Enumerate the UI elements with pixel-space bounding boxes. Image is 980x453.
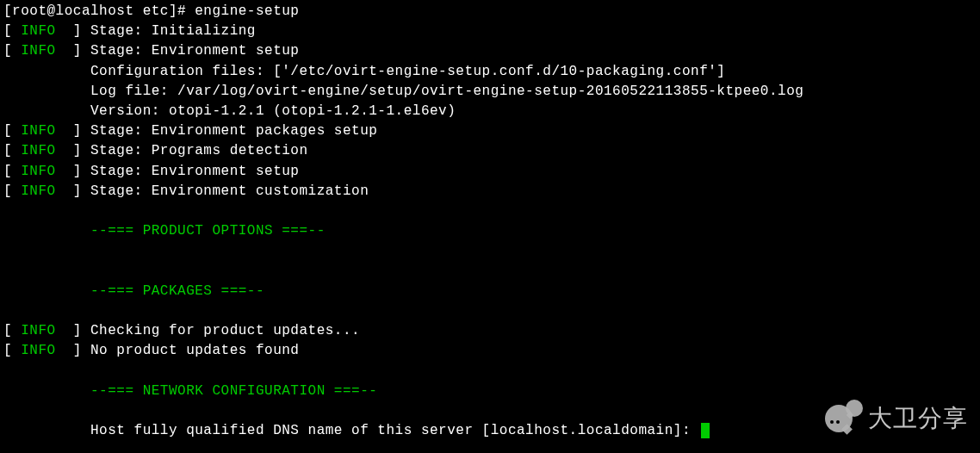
blank-line — [3, 241, 977, 261]
log-line: [ INFO ] No product updates found — [3, 341, 977, 361]
log-line: Log file: /var/log/ovirt-engine/setup/ov… — [3, 82, 977, 102]
log-line: Configuration files: ['/etc/ovirt-engine… — [3, 62, 977, 82]
blank-line — [3, 202, 977, 221]
log-text: Stage: Environment packages setup — [90, 123, 377, 139]
log-text: Log file: /var/log/ovirt-engine/setup/ov… — [90, 84, 803, 99]
prompt-userhost: [root@localhost etc]# — [3, 3, 186, 19]
log-line: [ INFO ] Stage: Environment customizatio… — [3, 182, 977, 202]
watermark-text: 大卫分享 — [868, 401, 968, 437]
info-tag: INFO — [21, 164, 55, 179]
log-text: Stage: Environment customization — [90, 183, 369, 199]
log-line: [ INFO ] Stage: Initializing — [3, 22, 977, 41]
log-text: Stage: Initializing — [90, 23, 256, 39]
info-tag: INFO — [21, 123, 55, 139]
section-header: --=== NETWORK CONFIGURATION ===-- — [3, 382, 977, 401]
section-header: --=== PRODUCT OPTIONS ===-- — [3, 221, 977, 241]
log-text: Version: otopi-1.2.1 (otopi-1.2.1-1.el6e… — [90, 103, 456, 119]
log-text: Stage: Environment setup — [90, 43, 299, 59]
log-line: [ INFO ] Stage: Programs detection — [3, 141, 977, 161]
blank-line — [3, 301, 977, 321]
log-line: [ INFO ] Stage: Environment setup — [3, 162, 977, 182]
info-tag: INFO — [21, 183, 55, 199]
log-text: Configuration files: ['/etc/ovirt-engine… — [90, 64, 725, 79]
info-tag: INFO — [21, 23, 55, 39]
wechat-icon — [825, 400, 863, 437]
log-text: Stage: Programs detection — [90, 143, 308, 158]
log-text: No product updates found — [90, 343, 299, 358]
log-line: [ INFO ] Stage: Environment packages set… — [3, 121, 977, 141]
info-tag: INFO — [21, 323, 55, 338]
cursor-icon — [701, 423, 710, 438]
log-line: [ INFO ] Checking for product updates... — [3, 321, 977, 341]
section-header: --=== PACKAGES ===-- — [3, 282, 977, 301]
section-text: --=== PRODUCT OPTIONS ===-- — [90, 223, 326, 239]
log-line: [ INFO ] Stage: Environment setup — [3, 41, 977, 61]
input-prompt-text: Host fully qualified DNS name of this se… — [90, 423, 699, 438]
section-text: --=== PACKAGES ===-- — [90, 283, 264, 299]
log-text: Stage: Environment setup — [90, 164, 299, 179]
info-tag: INFO — [21, 343, 55, 358]
watermark: 大卫分享 — [825, 400, 968, 437]
info-tag: INFO — [21, 43, 55, 59]
prompt-line: [root@localhost etc]# engine-setup — [3, 2, 977, 22]
blank-line — [3, 361, 977, 381]
blank-line — [3, 261, 977, 281]
section-text: --=== NETWORK CONFIGURATION ===-- — [90, 383, 377, 399]
log-line: Version: otopi-1.2.1 (otopi-1.2.1-1.el6e… — [3, 102, 977, 121]
prompt-command: engine-setup — [195, 3, 299, 19]
info-tag: INFO — [21, 143, 55, 158]
log-text: Checking for product updates... — [90, 323, 360, 338]
